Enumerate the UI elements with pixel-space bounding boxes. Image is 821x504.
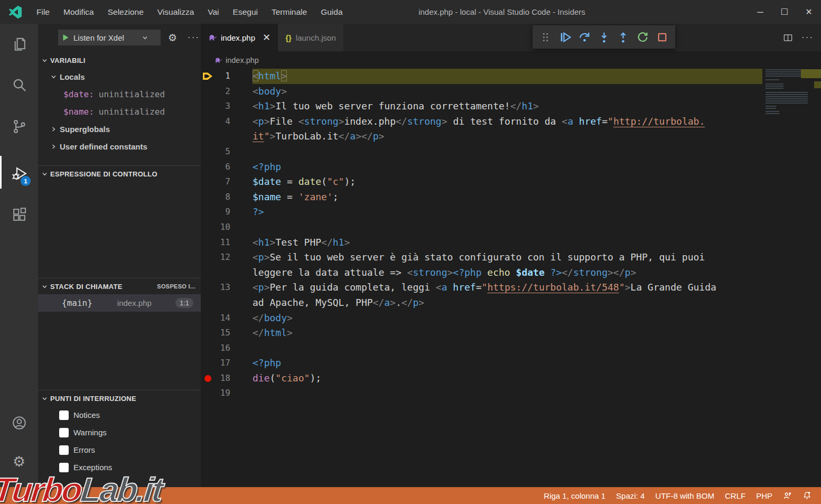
tab-index-php[interactable]: index.php ✕ [201,24,278,51]
gutter[interactable] [201,84,214,99]
gutter[interactable] [201,235,214,250]
restart-icon[interactable] [633,27,652,46]
breakpoint-errors[interactable]: Errors [38,441,201,459]
gutter[interactable] [201,265,214,281]
user-defined-constants-node[interactable]: User defined constants [38,138,201,155]
start-debug-icon[interactable] [62,34,69,41]
feedback-icon[interactable] [778,491,797,501]
menu-guida[interactable]: Guida [314,0,349,24]
menu-terminale[interactable]: Terminale [265,0,314,24]
code-line[interactable]: 1<html> [201,69,762,84]
menu-esegui[interactable]: Esegui [226,0,265,24]
minimap[interactable] [762,68,821,395]
gutter[interactable] [201,295,214,311]
encoding[interactable]: UTF-8 with BOM [650,491,720,500]
source-control-icon[interactable] [0,113,38,140]
step-into-icon[interactable] [594,27,614,46]
code-line[interactable]: 9?> [201,204,762,220]
continue-icon[interactable] [555,27,575,46]
code-line[interactable]: 12<p>Se il tuo web server è già stato co… [201,250,762,265]
menu-visualizza[interactable]: Visualizza [151,0,201,24]
stop-icon[interactable] [652,27,672,46]
watch-header[interactable]: ESPRESSIONE DI CONTROLLO [38,166,201,182]
gutter[interactable] [201,160,214,175]
menu-selezione[interactable]: Selezione [101,0,151,24]
configure-gear-icon[interactable]: ⚙ [168,32,177,44]
stack-frame-row[interactable]: {main} index.php 1:1 [38,294,201,312]
breakpoint-warnings[interactable]: Warnings [38,424,201,441]
search-icon[interactable] [0,71,38,98]
breakpoint-notices[interactable]: Notices [38,406,201,424]
variables-header[interactable]: VARIABILI [38,52,201,68]
toolbar-grip-icon[interactable] [536,27,555,46]
breadcrumb[interactable]: index.php [201,51,821,69]
settings-gear-icon[interactable]: ⚙ [0,448,38,475]
code-line[interactable]: 19 [201,386,762,401]
minimize-button[interactable]: ─ [748,0,772,24]
code-line[interactable]: 6<?php [201,160,762,175]
locals-node[interactable]: Locals [38,68,201,86]
superglobals-node[interactable]: Superglobals [38,120,201,138]
breakpoints-header[interactable]: PUNTI DI INTERRUZIONE [38,390,201,406]
language-mode[interactable]: PHP [751,491,778,500]
gutter[interactable] [201,325,214,341]
step-out-icon[interactable] [613,27,633,46]
gutter[interactable] [201,220,214,235]
checkbox[interactable] [59,463,69,472]
code-line[interactable]: 18die("ciao"); [201,371,762,386]
more-actions-icon[interactable]: ··· [188,32,200,43]
variable-row-name[interactable]: $name: uninitialized [38,103,201,120]
gutter[interactable] [201,341,214,356]
code-line[interactable]: 4<p>File <strong>index.php</strong> di t… [201,114,762,129]
gutter[interactable] [201,114,214,129]
breakpoint-icon[interactable] [201,371,214,386]
step-over-icon[interactable] [575,27,594,46]
explorer-icon[interactable] [0,31,38,58]
code-line[interactable]: 3<h1>Il tuo web server funziona corretta… [201,99,762,114]
callstack-header[interactable]: STACK DI CHIAMATE SOSPESO I... [38,278,201,294]
gutter[interactable] [201,144,214,160]
gutter[interactable] [201,190,214,205]
code-line[interactable]: 5 [201,144,762,160]
notifications-bell-icon[interactable] [797,491,817,501]
checkbox[interactable] [59,428,69,437]
indentation[interactable]: Spazi: 4 [611,491,650,500]
gutter[interactable] [201,250,214,265]
code-line[interactable]: ad Apache, MySQL, PHP</a>.</p> [201,295,762,311]
code-line[interactable]: 13<p>Per la guida completa, leggi <a hre… [201,280,762,295]
eol-sequence[interactable]: CRLF [720,491,751,500]
gutter[interactable] [201,280,214,295]
close-button[interactable]: ✕ [797,0,821,24]
variable-row-date[interactable]: $date: uninitialized [38,86,201,103]
code-line[interactable]: 14</body> [201,311,762,326]
code-line[interactable]: 8$name = 'zane'; [201,190,762,205]
gutter[interactable] [201,356,214,371]
breakpoint-exceptions[interactable]: Exceptions [38,459,201,476]
code-line[interactable]: leggere la data attuale => <strong><?php… [201,265,762,281]
split-editor-icon[interactable] [783,33,793,43]
code-line[interactable]: 15</html> [201,325,762,341]
code-line[interactable]: 2<body> [201,84,762,99]
account-icon[interactable] [0,409,38,436]
code-line[interactable]: 16 [201,341,762,356]
code-line[interactable]: 11<h1>Test PHP</h1> [201,235,762,250]
gutter[interactable] [201,204,214,220]
editor-more-actions-icon[interactable]: ··· [801,32,814,43]
gutter[interactable] [201,174,214,190]
code-line[interactable]: 17<?php [201,356,762,371]
gutter[interactable] [201,129,214,144]
code-line[interactable]: 10 [201,220,762,235]
tab-launch-json[interactable]: {} launch.json [278,24,343,51]
extensions-icon[interactable] [0,201,38,228]
checkbox[interactable] [59,410,69,420]
menu-vai[interactable]: Vai [201,0,226,24]
menu-modifica[interactable]: Modifica [57,0,101,24]
launch-config-dropdown[interactable]: Listen for Xdel [58,30,161,45]
run-and-debug-icon[interactable]: 1 [0,160,38,187]
menu-file[interactable]: File [30,0,57,24]
close-tab-icon[interactable]: ✕ [263,32,270,43]
checkbox[interactable] [59,445,69,455]
maximize-button[interactable]: ☐ [772,0,797,24]
code-line[interactable]: it">TurboLab.it</a></p> [201,129,762,144]
code-line[interactable]: 7$date = date("c"); [201,174,762,190]
